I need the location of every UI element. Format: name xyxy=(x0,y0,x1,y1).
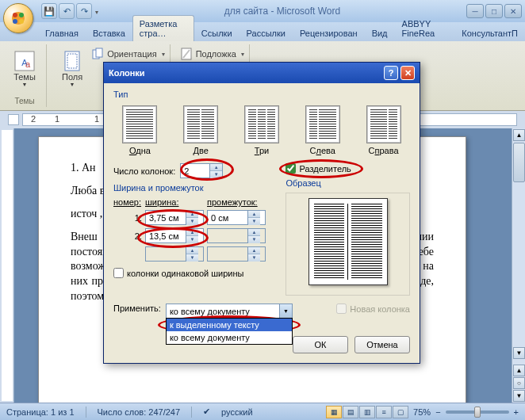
row2-width-spinner[interactable]: ▲▼ xyxy=(145,228,204,243)
scroll-up-button[interactable]: ▲ xyxy=(513,129,525,141)
minimize-button[interactable]: ─ xyxy=(466,4,484,18)
num-cols-input[interactable] xyxy=(181,165,209,178)
svg-point-1 xyxy=(13,13,17,17)
office-button[interactable] xyxy=(3,3,33,33)
sample-label: Образец xyxy=(285,178,410,188)
group-themes: Aa Темы ▼ Темы xyxy=(3,44,47,107)
row2-num: 2: xyxy=(113,231,142,241)
tab-mailings[interactable]: Рассылки xyxy=(240,25,293,41)
tab-insert[interactable]: Вставка xyxy=(86,25,132,41)
svg-point-3 xyxy=(13,19,17,24)
status-page[interactable]: Страница: 1 из 1 xyxy=(6,407,75,417)
zoom-controls: ▦ ▤ ▥ ≡ ▢ 75% − + xyxy=(326,406,519,418)
help-button[interactable]: ? xyxy=(384,66,398,80)
sample-box xyxy=(285,193,410,296)
num-cols-spinner[interactable]: ▲▼ xyxy=(180,163,223,178)
zoom-slider[interactable] xyxy=(446,410,509,414)
width-section-label: Ширина и промежуток xyxy=(113,183,274,193)
preset-row: Одна Две Три Слева Справа xyxy=(113,104,410,157)
tab-consultant[interactable]: КонсультантП xyxy=(454,25,525,41)
vertical-ruler[interactable] xyxy=(0,128,14,403)
combo-arrow[interactable]: ▼ xyxy=(279,304,292,318)
tab-home[interactable]: Главная xyxy=(38,25,86,41)
redo-icon: ↷ xyxy=(81,6,88,17)
ruler-toggle[interactable] xyxy=(8,114,19,125)
view-web[interactable]: ▥ xyxy=(359,406,375,418)
tab-view[interactable]: Вид xyxy=(365,25,395,41)
type-label: Тип xyxy=(113,90,410,99)
svg-point-2 xyxy=(19,13,24,17)
preset-two[interactable]: Две xyxy=(182,104,220,157)
row3-gap-spinner: ▲▼ xyxy=(207,246,266,262)
maximize-button[interactable]: □ xyxy=(485,4,503,18)
redo-button[interactable]: ↷ xyxy=(76,3,92,19)
margins-icon xyxy=(63,50,82,72)
row1-width-spinner[interactable]: ▲▼ xyxy=(145,210,204,225)
dialog-titlebar[interactable]: Колонки ? ✕ xyxy=(104,63,420,83)
themes-button[interactable]: Aa Темы ▼ xyxy=(8,46,41,91)
sample-preview xyxy=(308,198,388,285)
zoom-handle[interactable] xyxy=(474,407,481,418)
view-outline[interactable]: ≡ xyxy=(376,406,392,418)
num-cols-label: Число колонок: xyxy=(113,166,175,176)
scroll-down-button[interactable]: ▼ xyxy=(513,347,525,359)
ribbon-tabs: Главная Вставка Разметка стра… Ссылки Ра… xyxy=(0,22,525,41)
window-controls: ─ □ ✕ xyxy=(466,4,522,18)
spin-down[interactable]: ▼ xyxy=(210,171,222,178)
zoom-level[interactable]: 75% xyxy=(413,407,431,417)
status-words[interactable]: Число слов: 247/247 xyxy=(98,407,181,417)
tab-abbyy[interactable]: ABBYY FineRea xyxy=(395,15,455,41)
themes-icon: Aa xyxy=(13,50,36,72)
zoom-out-button[interactable]: − xyxy=(435,407,440,417)
row1-gap-spinner[interactable]: ▲▼ xyxy=(207,210,266,225)
view-reading[interactable]: ▤ xyxy=(343,406,358,418)
separator-checkbox[interactable]: Разделитель xyxy=(285,163,351,174)
hdr-gap: промежуток: xyxy=(207,197,266,207)
vertical-scrollbar[interactable]: ▲ ▼ ▲ ○ ▼ xyxy=(512,128,525,403)
view-buttons: ▦ ▤ ▥ ≡ ▢ xyxy=(326,406,408,418)
preset-one[interactable]: Одна xyxy=(121,104,159,157)
prev-page-button[interactable]: ▲ xyxy=(513,365,525,376)
proofing-icon[interactable]: ✔ xyxy=(203,407,210,417)
cancel-button[interactable]: Отмена xyxy=(354,336,410,353)
preset-three[interactable]: Три xyxy=(243,104,281,157)
tab-references[interactable]: Ссылки xyxy=(194,25,240,41)
preset-right[interactable]: Справа xyxy=(365,104,403,157)
ok-button[interactable]: ОК xyxy=(293,336,348,353)
row2-gap-spinner: ▲▼ xyxy=(207,228,266,243)
save-button[interactable]: 💾 xyxy=(41,3,57,19)
status-language[interactable]: русский xyxy=(221,407,252,417)
view-draft[interactable]: ▢ xyxy=(393,406,408,418)
svg-point-4 xyxy=(19,19,24,24)
save-icon: 💾 xyxy=(44,6,55,17)
zoom-in-button[interactable]: + xyxy=(514,407,519,417)
scroll-thumb[interactable] xyxy=(513,143,525,182)
tab-review[interactable]: Рецензирован xyxy=(293,25,365,41)
quick-access-toolbar: 💾 ↶ ↷ xyxy=(41,3,98,19)
apply-combo[interactable]: ко всему документу ▼ к выделенному текст… xyxy=(166,304,293,319)
apply-option-selection[interactable]: к выделенному тексту xyxy=(167,319,292,331)
hdr-num: номер: xyxy=(113,197,142,207)
watermark-button[interactable]: Подложка xyxy=(180,46,244,62)
hdr-width: ширина: xyxy=(145,197,204,207)
spin-up[interactable]: ▲ xyxy=(210,164,222,171)
view-print-layout[interactable]: ▦ xyxy=(326,406,342,418)
row1-num: 1: xyxy=(113,213,142,223)
undo-button[interactable]: ↶ xyxy=(59,3,75,19)
next-page-button[interactable]: ▼ xyxy=(513,390,525,402)
orientation-button[interactable]: Ориентация xyxy=(91,46,164,62)
dialog-close-button[interactable]: ✕ xyxy=(400,66,415,80)
svg-text:a: a xyxy=(25,59,31,69)
equal-width-checkbox[interactable]: колонки одинаковой ширины xyxy=(113,268,244,278)
preset-left[interactable]: Слева xyxy=(304,104,342,157)
tab-layout[interactable]: Разметка стра… xyxy=(132,15,194,41)
apply-option-document[interactable]: ко всему документу xyxy=(167,331,292,344)
close-button[interactable]: ✕ xyxy=(504,4,522,18)
svg-text:1: 1 xyxy=(94,114,99,124)
browse-object-button[interactable]: ○ xyxy=(513,377,525,389)
undo-icon: ↶ xyxy=(63,6,71,17)
office-icon xyxy=(10,10,27,27)
margins-button[interactable]: Поля▼ xyxy=(56,46,88,91)
apply-dropdown-list: к выделенному тексту ко всему документу xyxy=(166,318,293,345)
svg-rect-11 xyxy=(96,48,102,57)
